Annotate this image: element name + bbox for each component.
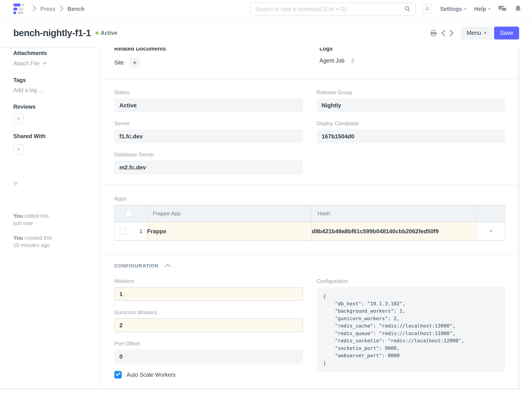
logo-row — [13, 7, 25, 10]
logo-shape — [22, 4, 25, 6]
release-group-field: Release Group Nightly — [317, 89, 505, 112]
frappe-logo[interactable] — [13, 4, 25, 14]
settings-label: Settings — [440, 6, 462, 12]
configuration-section-toggle[interactable]: CONFIGURATION — [114, 263, 505, 269]
search-icon — [404, 6, 410, 13]
edited-activity: You edited this just now — [13, 212, 90, 227]
breadcrumb-item-bench[interactable]: Bench — [67, 6, 84, 12]
select-all-checkbox[interactable] — [126, 210, 132, 217]
save-button[interactable]: Save — [494, 27, 519, 40]
menu-button[interactable]: Menu ▾ — [461, 27, 492, 40]
plus-icon: + — [133, 59, 137, 66]
port-offset-field: Port Offset 0 — [114, 341, 303, 363]
frappe-app-column-header: Frappe App — [147, 205, 312, 222]
logo-shape — [19, 7, 24, 10]
database-server-field: Database Server m2.fc.dev — [114, 151, 303, 174]
apps-header-row: Frappe App Hash — [114, 205, 505, 222]
status-field: Status Active — [114, 89, 303, 112]
gunicorn-workers-input[interactable] — [114, 318, 303, 332]
database-server-value: m2.fc.dev — [114, 161, 303, 174]
release-group-value: Nightly — [317, 99, 505, 112]
status-label: Status — [114, 89, 303, 96]
caret-down-icon: ▾ — [488, 7, 490, 11]
notifications-bell-icon[interactable] — [515, 5, 521, 13]
frappe-app-cell[interactable]: Frappe — [147, 222, 312, 241]
configuration-json-code: { "db_host": "10.1.3.102", "background_w… — [317, 287, 505, 372]
activity-who: You — [13, 235, 23, 241]
port-offset-label: Port Offset — [114, 341, 303, 347]
config-right-column: Configuration { "db_host": "10.1.3.102",… — [317, 278, 505, 379]
attachments-heading: Attachments — [13, 50, 90, 56]
auto-scale-workers-field: Auto Scale Workers — [114, 371, 303, 379]
details-section: Status Active Server f1.fc.dev Database … — [100, 79, 519, 185]
fields-left-column: Status Active Server f1.fc.dev Database … — [114, 89, 303, 182]
add-tag-button[interactable]: Add a tag ... — [13, 87, 90, 93]
page-actions: Menu ▾ Save — [430, 27, 519, 40]
breadcrumb: Press Bench — [32, 5, 84, 13]
shared-with-heading: Shared With — [13, 133, 90, 139]
configuration-json-label: Configuration — [317, 278, 505, 284]
chevron-right-icon — [59, 5, 64, 13]
status-dot — [95, 31, 99, 35]
help-menu[interactable]: Help ▾ — [474, 6, 490, 12]
related-documents-column: Related Documents Site + — [114, 48, 319, 68]
settings-menu[interactable]: Settings ▾ — [440, 6, 466, 12]
apps-section: Apps Frappe App Hash 1 — [100, 185, 519, 254]
attach-file-label: Attach File — [13, 60, 40, 66]
breadcrumb-item-press[interactable]: Press — [40, 6, 55, 12]
created-activity: You created this 10 minutes ago — [13, 234, 90, 249]
next-doc-icon[interactable] — [449, 30, 454, 36]
server-label: Server — [114, 120, 303, 127]
activity-action: edited this — [24, 213, 49, 219]
status-indicator: Active — [95, 30, 117, 36]
caret-down-icon: ▾ — [464, 7, 466, 11]
row-dropdown-caret-icon[interactable]: ▾ — [490, 228, 492, 234]
logo-shape — [13, 7, 18, 10]
global-search[interactable] — [250, 3, 416, 16]
print-icon[interactable] — [430, 30, 437, 36]
add-share-button[interactable]: + — [13, 144, 24, 155]
workers-field: Workers — [114, 278, 303, 301]
logo-shape — [13, 4, 21, 6]
plus-icon: + — [17, 146, 20, 153]
gunicorn-workers-field: Gunicorn Workers — [114, 309, 303, 332]
row-index[interactable]: 1 — [140, 228, 142, 234]
plus-icon: + — [17, 115, 20, 122]
database-server-label: Database Server — [114, 151, 303, 158]
form-sidebar: Attachments Attach File + Tags Add a tag… — [0, 48, 100, 389]
caret-down-icon: ▾ — [484, 31, 486, 35]
like-heart-icon[interactable]: ♥ — [13, 180, 90, 187]
add-review-button[interactable]: + — [13, 114, 24, 124]
workers-input[interactable] — [114, 287, 303, 301]
logs-column: Logs Agent Job 3 — [319, 48, 505, 68]
check-icon — [116, 372, 120, 377]
add-site-button[interactable]: + — [130, 58, 140, 68]
help-label: Help — [474, 6, 486, 12]
user-avatar[interactable]: A — [422, 4, 432, 14]
navbar-right: A Settings ▾ Help ▾ — [422, 4, 521, 14]
row-checkbox[interactable] — [120, 228, 126, 235]
activity-when: 10 minutes ago — [13, 242, 50, 248]
prev-doc-icon[interactable] — [441, 30, 445, 36]
attach-file-button[interactable]: Attach File + — [13, 60, 90, 66]
search-input[interactable] — [255, 6, 404, 12]
agent-job-count: 3 — [351, 58, 354, 64]
chevron-right-icon — [32, 5, 37, 13]
site-link[interactable]: Site — [114, 59, 124, 66]
deploy-candidate-field: Deploy Candidate 167b1504d0 — [317, 120, 505, 143]
page-title: bench-nightly-f1-1 — [13, 28, 91, 38]
port-offset-value: 0 — [114, 350, 303, 363]
agent-job-link[interactable]: Agent Job — [319, 58, 344, 64]
chat-icon[interactable] — [498, 5, 507, 12]
hash-cell[interactable]: d8b421b49a8bf61c599b048140cbb2062fed50f9 — [312, 222, 477, 241]
workers-label: Workers — [114, 278, 303, 284]
deploy-candidate-label: Deploy Candidate — [317, 120, 505, 127]
activity-who: You — [13, 213, 23, 219]
auto-scale-workers-checkbox[interactable] — [114, 371, 122, 379]
page-head: bench-nightly-f1-1 Active Menu ▾ Save — [0, 18, 532, 48]
logo-row — [13, 11, 25, 14]
fields-right-column: Release Group Nightly Deploy Candidate 1… — [317, 89, 505, 182]
gunicorn-workers-label: Gunicorn Workers — [114, 309, 303, 315]
chevron-up-icon — [165, 264, 171, 268]
logo-shape — [17, 11, 24, 14]
